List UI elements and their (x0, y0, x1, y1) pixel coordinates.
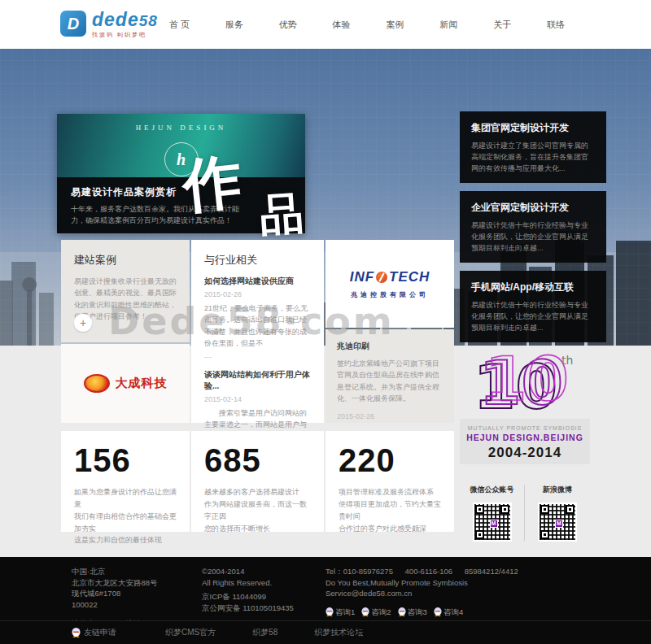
consult-label: 咨询4 (443, 607, 463, 618)
weibo-qr-code: M (538, 503, 577, 542)
stat-line: 合作过的客户对此感受颇深 (339, 523, 441, 535)
panel-desc: 易建设计建立了集团公司官网专属的高端定制化服务，旨在提升各集团官网的有效传播与应… (471, 141, 595, 175)
signing-date: 2015-02-26 (337, 412, 443, 420)
cases-title: 建站案例 (74, 253, 177, 268)
qq-penguin-icon (72, 628, 81, 637)
nav-item-advantages[interactable]: 优势 (279, 19, 297, 31)
site-logo[interactable]: D dede58 找源码 到织梦吧 (60, 11, 158, 39)
footer-contact-col: Tel：010-85976275 400-6116-106 85984212/4… (326, 566, 528, 617)
tel-number: Tel：010-85976275 (326, 567, 393, 576)
main-nav: 首 页 服务 优势 体验 案例 新闻 关于 联络 (169, 0, 565, 49)
hejun-circle-logo-icon: h (164, 142, 199, 176)
stat-line: 如果为您量身设计的作品让您满意 (74, 486, 177, 511)
service-panel-mobile[interactable]: 手机网站/App/移动互联 易建设计凭借十年的行业经验与专业化服务团队，让您的企… (460, 271, 606, 342)
industry-news-card: 与行业相关 如何选择网站建设供应商 2015-02-26 21世纪，要么电子商务… (191, 240, 324, 423)
signing-desc: 签约北京紫峰地产公司旗下项目官网及自住型商品房在线申购信息登记系统。并为客户提供… (337, 358, 443, 405)
news-date: 2015-02-26 (204, 290, 311, 298)
qr-section: 微信公众账号 M 新浪微博 M (460, 485, 590, 542)
news-item: 如何选择网站建设供应商 2015-02-26 21世纪，要么电子商务，要么无商可… (204, 276, 311, 359)
stat-line: 您的选择而不断增长 (204, 523, 311, 535)
featured-showcase-card[interactable]: HEJUN DESIGN h 作 品 易建设计作品案例赏析 十年来，服务客户达数… (57, 114, 305, 233)
footer-address-line: 100022 (72, 599, 162, 611)
qr-center-logo: M (490, 520, 498, 528)
cases-card: 建站案例 易建设计搜集收录行业最无敌的创意、最精美的视觉、最具国际化的意识和前瞻… (61, 240, 190, 342)
panel-title: 企业官网定制设计开发 (471, 201, 595, 215)
featured-desc: 十年来，服务客户达数百余家。我们从不卖弄设计能力，确保精选案例百分百均为易建设计… (71, 204, 246, 227)
nav-item-experience[interactable]: 体验 (333, 19, 351, 31)
service-panel-group-site[interactable]: 集团官网定制设计开发 易建设计建立了集团公司官网专属的高端定制化服务，旨在提升各… (460, 111, 606, 183)
service-panel-corporate-site[interactable]: 企业官网定制设计开发 易建设计凭借十年的行业经验与专业化服务团队，让您的企业官网… (460, 191, 606, 263)
footer-bottom-bar: 友链申请 织梦CMS官方 织梦58 织梦技术论坛 (0, 620, 651, 644)
dede58-link[interactable]: 织梦58 (252, 627, 277, 638)
cases-more-button[interactable]: + (74, 314, 92, 332)
featured-caption: 易建设计作品案例赏析 十年来，服务客户达数百余家。我们从不卖弄设计能力，确保精选… (57, 177, 305, 233)
police-beian-line[interactable]: 京公网安备 110105019435 (202, 603, 294, 614)
stat-line: 使得项目更加成功，节约大量宝贵时间 (339, 498, 441, 523)
footer-copyright-col: ©2004-2014 All Rights Reserved. 京ICP备 11… (202, 566, 294, 613)
nav-item-news[interactable]: 新闻 (439, 19, 457, 31)
anniv-suffix: th (561, 354, 573, 367)
qq-consult-3[interactable]: 咨询3 (398, 607, 427, 618)
hejun-glyph: h (177, 150, 186, 169)
qq-penguin-icon (361, 607, 369, 616)
logo-name-a: dede (92, 9, 139, 30)
footer-slogan: Do You Best,Mutually Promote Symbiosis (326, 577, 528, 589)
nav-item-contact[interactable]: 联络 (547, 19, 565, 31)
client-logo-infotech[interactable]: INF TECH 兆迪控股有限公司 (326, 240, 454, 328)
anniv-number-outline: 10 (485, 346, 569, 414)
footer-email[interactable]: Service@dede58.com.cn (326, 588, 528, 599)
stat-line: 这是实力和自信的最佳体现 (74, 534, 177, 546)
logo-d-icon: D (60, 11, 86, 37)
footer-address-col: 中国·北京 北京市大龙区大安路88号 现代城6#1708 100022 法律声明… (72, 566, 162, 629)
news-headline[interactable]: 谈谈网站结构如何利于用户体验... (204, 369, 311, 392)
infotech-part2: TECH (389, 269, 430, 285)
page: D dede58 找源码 到织梦吧 首 页 服务 优势 体验 案例 新闻 关于 … (0, 0, 651, 644)
tel-number: 400-6116-106 (405, 567, 452, 576)
anniversary-brand: HEJUN DESIGN.BEIJING (460, 433, 590, 442)
icp-line[interactable]: 京ICP备 11044099 (202, 591, 294, 603)
panel-desc: 易建设计凭借十年的行业经验与专业化服务团队，让您的企业官网从满足预期目标到走向卓… (471, 220, 595, 255)
nav-item-services[interactable]: 服务 (225, 19, 243, 31)
dacheng-name: 大成科技 (116, 376, 168, 391)
signing-title[interactable]: 兆迪印刷 (337, 341, 443, 352)
stat-value: 685 (204, 444, 311, 476)
consult-label: 咨询1 (335, 607, 355, 618)
nav-item-about[interactable]: 关于 (493, 19, 511, 31)
copyright-line: ©2004-2014 (202, 566, 294, 577)
nav-item-home[interactable]: 首 页 (169, 19, 190, 31)
stat-value: 220 (339, 444, 441, 476)
qq-consult-1[interactable]: 咨询1 (326, 607, 355, 618)
nav-item-cases[interactable]: 案例 (386, 19, 404, 31)
logo-tagline: 找源码 到织梦吧 (92, 31, 158, 39)
qq-consult-row: 咨询1 咨询2 咨询3 咨询4 (326, 607, 528, 618)
anniversary-box: MUTUALLY PROMOTE SYMBIOSIS HEJUN DESIGN.… (460, 419, 590, 464)
stat-line: 项目管理标准及服务流程体系 (339, 486, 441, 498)
dede-tech-forum-link[interactable]: 织梦技术论坛 (314, 627, 363, 638)
qq-consult-4[interactable]: 咨询4 (434, 607, 463, 618)
stat-card-clients: 685 越来越多的客户选择易建设计 作为网站建设服务商，而这一数字正因 您的选择… (191, 431, 324, 532)
signing-news-card: 兆迪印刷 签约北京紫峰地产公司旗下项目官网及自住型商品房在线申购信息登记系统。并… (326, 329, 454, 423)
wechat-qr-block: 微信公众账号 M (460, 485, 525, 542)
weibo-label: 新浪微博 (543, 485, 572, 495)
qq-consult-2[interactable]: 咨询2 (361, 607, 391, 618)
dacheng-logo: 大成科技 (84, 374, 168, 393)
anniversary-years: 2004-2014 (460, 445, 590, 461)
dedecms-official-link[interactable]: 织梦CMS官方 (165, 627, 216, 638)
stat-card-works: 156 如果为您量身设计的作品让您满意 我们有理由相信合作的基础会更加夯实 这是… (61, 431, 190, 532)
logo-text: dede58 找源码 到织梦吧 (92, 11, 158, 39)
friend-link-apply[interactable]: 友链申请 (72, 627, 116, 638)
weibo-qr-block: 新浪微博 M (525, 485, 590, 542)
panel-desc: 易建设计凭借十年的行业经验与专业化服务团队，让您的企业官网从满足预期目标到走向卓… (471, 300, 595, 334)
qq-penguin-icon (434, 607, 442, 616)
client-logo-dacheng[interactable]: 大成科技 (61, 344, 190, 423)
footer-address-line: 中国·北京 (72, 566, 162, 577)
news-headline[interactable]: 如何选择网站建设供应商 (204, 276, 311, 287)
featured-title[interactable]: 易建设计作品案例赏析 (71, 185, 291, 199)
featured-brand-text: HEJUN DESIGN (57, 114, 305, 132)
panel-title: 手机网站/App/移动互联 (471, 281, 595, 294)
infotech-logo: INF TECH (350, 269, 430, 285)
news-section-title: 与行业相关 (204, 253, 311, 268)
stat-line: 作为网站建设服务商，而这一数字正因 (204, 498, 311, 523)
anniversary-slogan: MUTUALLY PROMOTE SYMBIOSIS (460, 425, 590, 431)
logo-name: dede58 (92, 11, 158, 30)
